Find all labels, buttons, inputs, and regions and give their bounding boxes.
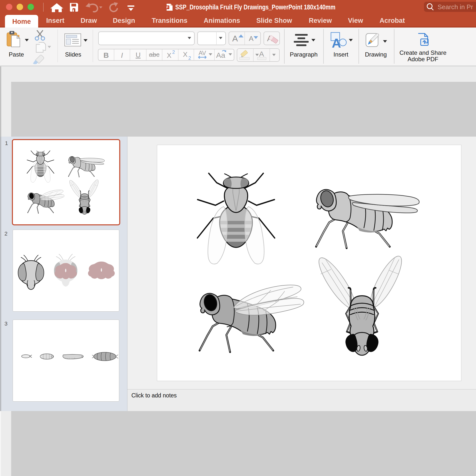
svg-text:Slides: Slides — [65, 51, 81, 58]
svg-text:A: A — [249, 35, 254, 42]
svg-text:AV: AV — [199, 50, 206, 56]
svg-text:Paste: Paste — [9, 51, 24, 58]
svg-text:Paragraph: Paragraph — [290, 51, 318, 58]
svg-text:Drawing: Drawing — [365, 51, 387, 58]
svg-text:P: P — [166, 6, 168, 9]
svg-text:Create and Share: Create and Share — [399, 49, 446, 56]
svg-text:A: A — [259, 50, 264, 58]
svg-text:abc: abc — [149, 51, 159, 58]
svg-text:SSP_Drosophila Fruit Fly Drawi: SSP_Drosophila Fruit Fly Drawings_PowerP… — [175, 3, 335, 11]
svg-text:Adobe PDF: Adobe PDF — [408, 56, 438, 62]
svg-text:U: U — [136, 51, 141, 59]
svg-text:B: B — [103, 51, 109, 59]
svg-text:A: A — [332, 36, 341, 50]
svg-text:X: X — [183, 51, 188, 58]
svg-text:A: A — [232, 34, 238, 43]
svg-text:I: I — [121, 51, 123, 59]
svg-text:Aa: Aa — [216, 51, 225, 59]
svg-text:2: 2 — [172, 49, 175, 55]
svg-text:Search in Pr: Search in Pr — [438, 3, 473, 11]
svg-text:Insert: Insert — [333, 51, 348, 58]
svg-text:2: 2 — [188, 55, 191, 61]
svg-text:X: X — [167, 52, 172, 59]
